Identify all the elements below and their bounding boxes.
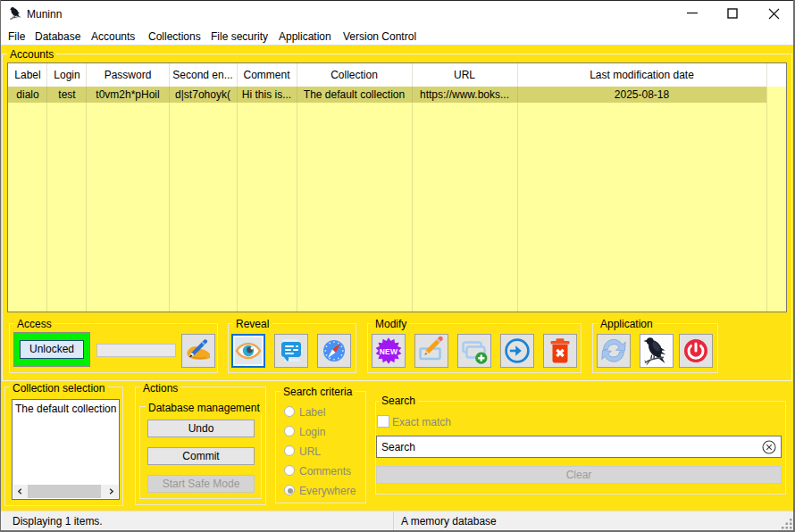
- svg-text:NEW: NEW: [380, 347, 398, 356]
